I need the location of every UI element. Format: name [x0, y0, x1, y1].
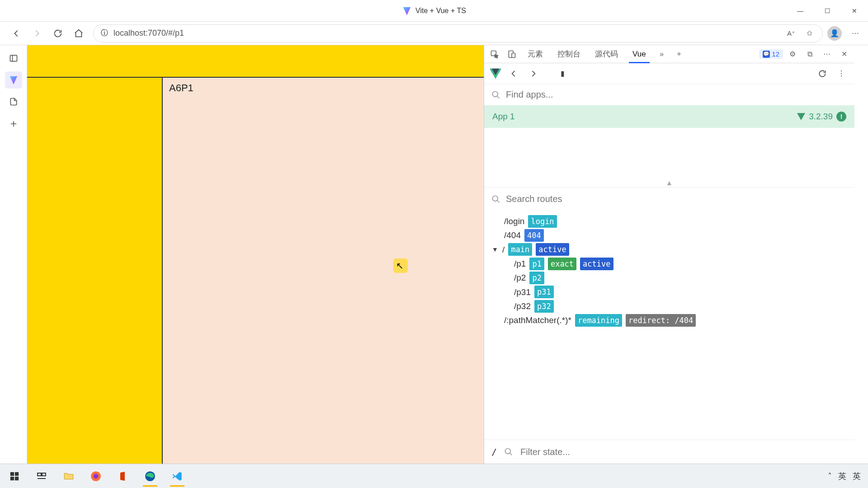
tab-vite-app[interactable]	[5, 71, 22, 89]
route-tag: active	[580, 258, 613, 270]
page-main-content: A6P1 ↖	[163, 78, 484, 464]
browser-menu-button[interactable]: ⋯	[846, 24, 864, 42]
inspect-element-icon[interactable]	[487, 47, 502, 62]
vue-devtools-toolbar: ▮ ⋮	[484, 63, 854, 84]
app-entry[interactable]: App 1 3.2.39 !	[484, 105, 854, 128]
vue-version: 3.2.39	[809, 112, 833, 122]
task-view-button[interactable]	[30, 467, 53, 486]
collapse-handle[interactable]: ▲	[484, 178, 854, 188]
more-tabs-icon[interactable]: »	[654, 47, 670, 62]
search-routes-row[interactable]	[484, 188, 854, 211]
tab-console[interactable]: 控制台	[551, 45, 587, 63]
vite-logo-icon	[402, 6, 412, 16]
tab-blank[interactable]	[5, 93, 22, 110]
window-title: Vite + Vue + TS	[415, 7, 466, 15]
vue-more-icon[interactable]: ⋮	[834, 66, 849, 81]
route-line[interactable]: ▼/mainactive	[491, 243, 847, 257]
ime-indicator-2[interactable]: 英	[853, 471, 861, 482]
warning-badge-icon[interactable]: !	[836, 112, 846, 122]
route-line[interactable]: /p31p31	[491, 285, 847, 299]
profile-button[interactable]: 👤	[826, 24, 844, 42]
devtools-tab-bar: 元素 控制台 源代码 Vue » ＋ 💬12 ⚙ ⧉ ⋯ ✕	[484, 45, 854, 63]
current-path: /	[491, 446, 497, 457]
route-tag: exact	[548, 258, 576, 270]
find-apps-input[interactable]	[506, 89, 847, 100]
tab-elements[interactable]: 元素	[521, 45, 549, 63]
devtools-dock-icon[interactable]: ⧉	[802, 47, 817, 62]
svg-rect-19	[15, 476, 19, 480]
window-maximize-button[interactable]: ☐	[814, 0, 841, 22]
window-close-button[interactable]: ✕	[841, 0, 868, 22]
vue-components-icon[interactable]: ▮	[555, 66, 570, 81]
tray-chevron-icon[interactable]: ˄	[828, 471, 832, 481]
add-tab-icon[interactable]: ＋	[671, 47, 687, 62]
window-minimize-button[interactable]: ―	[787, 0, 814, 22]
system-tray[interactable]: ˄ 英 英	[828, 471, 865, 482]
route-path: /p2	[514, 271, 526, 285]
new-tab-button[interactable]: ＋	[5, 115, 22, 132]
route-line[interactable]: /404404	[491, 228, 847, 242]
site-info-icon[interactable]: ⓘ	[101, 28, 108, 38]
route-tag: p2	[529, 272, 544, 284]
route-line[interactable]: /p1p1exactactive	[491, 257, 847, 271]
route-tag: remaining	[575, 314, 622, 327]
devtools-settings-icon[interactable]: ⚙	[785, 47, 800, 62]
search-icon	[504, 447, 513, 456]
explorer-button[interactable]	[57, 467, 80, 486]
svg-marker-3	[9, 76, 17, 84]
route-line[interactable]: /p32p32	[491, 299, 847, 313]
read-aloud-icon[interactable]: A⁺	[785, 28, 797, 39]
svg-marker-11	[797, 113, 805, 120]
ime-indicator-1[interactable]: 英	[838, 471, 846, 482]
route-path: /login	[504, 214, 524, 228]
device-toggle-icon[interactable]	[504, 47, 519, 62]
issues-badge[interactable]: 💬12	[759, 49, 783, 59]
svg-line-15	[510, 453, 512, 455]
route-tag: main	[508, 243, 532, 256]
route-tag: active	[536, 243, 569, 256]
route-tag: login	[528, 215, 557, 228]
address-bar[interactable]: ⓘ localhost:7070/#/p1 A⁺ ✩	[93, 24, 823, 42]
svg-rect-18	[10, 476, 14, 480]
devtools-panel: 元素 控制台 源代码 Vue » ＋ 💬12 ⚙ ⧉ ⋯ ✕ ▮	[484, 45, 854, 464]
vue-back-button[interactable]	[506, 66, 521, 81]
vue-forward-button[interactable]	[526, 66, 541, 81]
edge-button[interactable]	[138, 467, 162, 486]
routes-tree: /loginlogin/404404▼/mainactive/p1p1exact…	[484, 211, 854, 335]
svg-point-24	[94, 474, 99, 479]
reload-button[interactable]	[49, 24, 67, 42]
favorite-icon[interactable]: ✩	[803, 28, 815, 39]
tab-list-toggle[interactable]	[5, 50, 22, 67]
svg-rect-1	[10, 55, 17, 61]
route-line[interactable]: /:pathMatcher(.*)*remainingredirect: /40…	[491, 313, 847, 327]
svg-point-9	[493, 91, 498, 97]
svg-rect-16	[10, 472, 14, 475]
window-titlebar: Vite + Vue + TS ― ☐ ✕	[0, 0, 868, 22]
svg-rect-21	[42, 473, 46, 476]
tab-vue[interactable]: Vue	[626, 45, 652, 63]
devtools-close-icon[interactable]: ✕	[836, 47, 852, 62]
rendered-page: A6P1 ↖	[27, 45, 484, 464]
start-button[interactable]	[3, 467, 26, 486]
cursor-icon: ↖	[396, 260, 404, 271]
route-path: /:pathMatcher(.*)*	[504, 313, 571, 327]
vue-refresh-icon[interactable]	[815, 66, 830, 81]
tab-sources[interactable]: 源代码	[589, 45, 624, 63]
search-routes-input[interactable]	[506, 194, 847, 204]
vscode-button[interactable]	[165, 467, 189, 486]
route-line[interactable]: /loginlogin	[491, 214, 847, 228]
firefox-button[interactable]	[84, 467, 108, 486]
vertical-tab-strip: ＋	[0, 45, 27, 464]
search-icon	[491, 90, 500, 99]
route-line[interactable]: /p2p2	[491, 271, 847, 285]
home-button[interactable]	[70, 24, 88, 42]
find-apps-row[interactable]	[484, 84, 854, 105]
filter-state-input[interactable]	[520, 447, 847, 457]
svg-line-13	[497, 200, 500, 202]
svg-line-10	[497, 96, 500, 98]
office-button[interactable]	[111, 467, 135, 486]
expand-icon[interactable]: ▼	[491, 244, 499, 255]
back-button[interactable]	[7, 24, 25, 42]
filter-state-row: /	[484, 440, 854, 464]
devtools-more-icon[interactable]: ⋯	[819, 47, 835, 62]
